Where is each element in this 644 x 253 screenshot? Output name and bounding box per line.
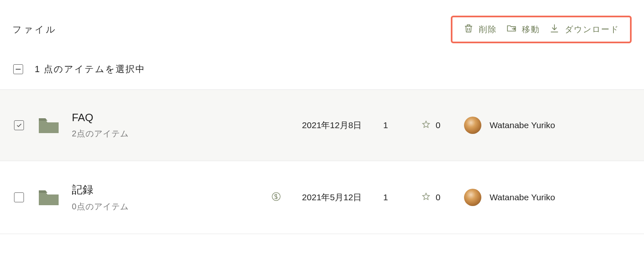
price-column [262, 191, 291, 204]
delete-label: 削除 [479, 24, 497, 35]
header-row: ファイル 削除 移動 ダウンロード [12, 16, 632, 43]
owner-name: Watanabe Yuriko [490, 120, 555, 130]
star-count: 0 [436, 192, 440, 202]
page-title: ファイル [12, 23, 57, 36]
name-block: FAQ 2点のアイテム [72, 111, 262, 139]
item-subtext: 2点のアイテム [72, 128, 262, 139]
favorites-column: 0 [398, 192, 464, 203]
move-label: 移動 [522, 24, 540, 35]
download-button[interactable]: ダウンロード [549, 23, 619, 36]
folder-icon [38, 117, 59, 134]
owner-column: Watanabe Yuriko [464, 117, 588, 134]
file-list: FAQ 2点のアイテム 2021年12月8日 1 0 Watanabe Yuri… [0, 89, 644, 234]
table-row[interactable]: 記録 0点のアイテム 2021年5月12日 1 0 Watanabe Yurik… [0, 161, 644, 234]
name-block: 記録 0点のアイテム [72, 183, 262, 212]
favorites-column: 0 [398, 120, 464, 131]
selection-count-text: 1 点のアイテムを選択中 [35, 63, 145, 75]
move-icon [506, 23, 517, 36]
selection-row: 1 点のアイテムを選択中 [12, 63, 632, 75]
date-column: 2021年5月12日 [291, 192, 373, 203]
actions-toolbar: 削除 移動 ダウンロード [451, 16, 632, 43]
item-name[interactable]: 記録 [72, 183, 262, 197]
avatar[interactable] [464, 117, 481, 134]
star-icon[interactable] [421, 120, 431, 131]
count-column: 1 [373, 120, 398, 130]
star-count: 0 [436, 120, 440, 130]
item-name[interactable]: FAQ [72, 111, 262, 124]
star-icon[interactable] [421, 192, 431, 203]
table-row[interactable]: FAQ 2点のアイテム 2021年12月8日 1 0 Watanabe Yuri… [0, 90, 644, 161]
avatar[interactable] [464, 189, 481, 206]
minus-icon [16, 69, 21, 70]
row-checkbox[interactable] [14, 120, 24, 130]
currency-icon[interactable] [271, 191, 282, 204]
row-checkbox[interactable] [14, 192, 24, 202]
download-label: ダウンロード [565, 24, 619, 35]
folder-icon [38, 189, 59, 206]
download-icon [549, 23, 560, 36]
delete-button[interactable]: 削除 [463, 23, 497, 36]
owner-name: Watanabe Yuriko [490, 192, 555, 202]
select-all-checkbox[interactable] [13, 64, 23, 74]
trash-icon [463, 23, 474, 36]
item-subtext: 0点のアイテム [72, 201, 262, 212]
count-column: 1 [373, 192, 398, 202]
owner-column: Watanabe Yuriko [464, 189, 588, 206]
date-column: 2021年12月8日 [291, 119, 373, 131]
move-button[interactable]: 移動 [506, 23, 540, 36]
